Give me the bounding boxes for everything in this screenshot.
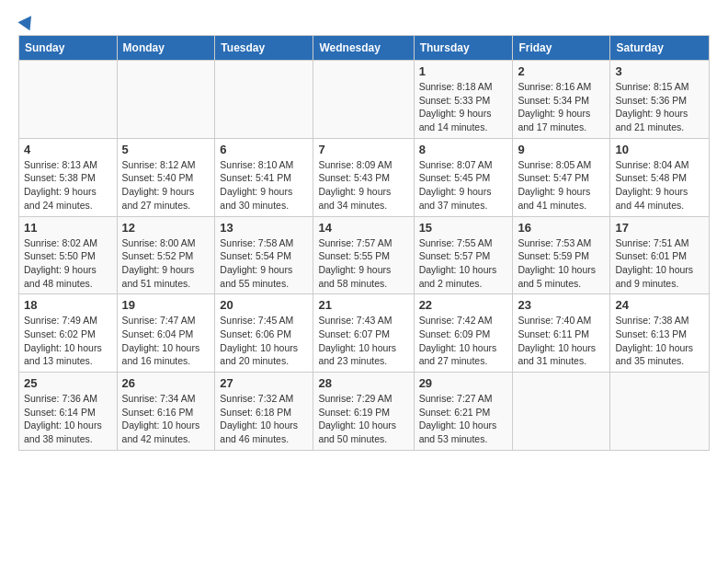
day-number: 4 [24,143,112,156]
day-info: Sunrise: 8:18 AM Sunset: 5:33 PM Dayligh… [419,80,508,134]
weekday-header-friday: Friday [513,36,610,61]
day-number: 14 [318,221,408,235]
calendar-cell: 6Sunrise: 8:10 AM Sunset: 5:41 PM Daylig… [215,138,313,216]
day-number: 8 [419,143,508,156]
calendar-cell: 9Sunrise: 8:05 AM Sunset: 5:47 PM Daylig… [513,138,610,216]
day-number: 9 [518,143,605,156]
day-info: Sunrise: 7:53 AM Sunset: 5:59 PM Dayligh… [518,236,605,291]
weekday-header-thursday: Thursday [414,36,513,61]
calendar-cell: 7Sunrise: 8:09 AM Sunset: 5:43 PM Daylig… [313,138,414,216]
day-info: Sunrise: 8:02 AM Sunset: 5:50 PM Dayligh… [24,236,112,291]
calendar-cell: 29Sunrise: 7:27 AM Sunset: 6:21 PM Dayli… [414,373,513,451]
day-number: 19 [122,298,210,312]
day-number: 1 [419,64,508,78]
day-info: Sunrise: 7:45 AM Sunset: 6:06 PM Dayligh… [220,314,308,368]
day-number: 10 [615,143,704,156]
day-number: 25 [24,376,112,390]
day-info: Sunrise: 7:49 AM Sunset: 6:02 PM Dayligh… [24,314,112,368]
day-number: 21 [318,298,408,312]
day-number: 2 [518,64,605,78]
calendar-week-row: 11Sunrise: 8:02 AM Sunset: 5:50 PM Dayli… [19,216,710,294]
calendar-cell: 15Sunrise: 7:55 AM Sunset: 5:57 PM Dayli… [414,216,513,294]
day-number: 28 [318,376,408,390]
calendar-cell: 20Sunrise: 7:45 AM Sunset: 6:06 PM Dayli… [215,294,313,373]
calendar-cell: 21Sunrise: 7:43 AM Sunset: 6:07 PM Dayli… [313,294,414,373]
calendar-week-row: 18Sunrise: 7:49 AM Sunset: 6:02 PM Dayli… [19,294,710,373]
calendar-cell: 19Sunrise: 7:47 AM Sunset: 6:04 PM Dayli… [117,294,215,373]
calendar-cell: 12Sunrise: 8:00 AM Sunset: 5:52 PM Dayli… [117,216,215,294]
calendar-cell: 16Sunrise: 7:53 AM Sunset: 5:59 PM Dayli… [513,216,610,294]
calendar-cell: 23Sunrise: 7:40 AM Sunset: 6:11 PM Dayli… [513,294,610,373]
day-info: Sunrise: 8:13 AM Sunset: 5:38 PM Dayligh… [24,158,112,213]
logo [18,15,35,28]
day-number: 26 [122,376,210,390]
weekday-header-tuesday: Tuesday [215,36,313,61]
day-info: Sunrise: 8:00 AM Sunset: 5:52 PM Dayligh… [122,236,210,291]
day-info: Sunrise: 8:12 AM Sunset: 5:40 PM Dayligh… [122,158,210,213]
calendar-cell: 27Sunrise: 7:32 AM Sunset: 6:18 PM Dayli… [215,373,313,451]
weekday-header-saturday: Saturday [610,36,710,61]
calendar-cell: 13Sunrise: 7:58 AM Sunset: 5:54 PM Dayli… [215,216,313,294]
calendar-cell: 22Sunrise: 7:42 AM Sunset: 6:09 PM Dayli… [414,294,513,373]
logo-triangle-icon [17,12,37,31]
day-info: Sunrise: 7:42 AM Sunset: 6:09 PM Dayligh… [419,314,508,368]
calendar-cell: 11Sunrise: 8:02 AM Sunset: 5:50 PM Dayli… [19,216,118,294]
day-info: Sunrise: 7:36 AM Sunset: 6:14 PM Dayligh… [24,392,112,446]
weekday-header-monday: Monday [117,36,215,61]
day-number: 18 [24,298,112,312]
calendar-cell [513,373,610,451]
day-info: Sunrise: 7:29 AM Sunset: 6:19 PM Dayligh… [318,392,408,446]
calendar-cell [313,61,414,139]
calendar-cell: 18Sunrise: 7:49 AM Sunset: 6:02 PM Dayli… [19,294,118,373]
calendar-cell [117,61,215,139]
weekday-header-wednesday: Wednesday [313,36,414,61]
day-number: 29 [419,376,508,390]
day-info: Sunrise: 8:09 AM Sunset: 5:43 PM Dayligh… [318,158,408,213]
day-number: 15 [419,221,508,235]
day-info: Sunrise: 7:47 AM Sunset: 6:04 PM Dayligh… [122,314,210,368]
day-info: Sunrise: 8:04 AM Sunset: 5:48 PM Dayligh… [615,158,704,213]
day-info: Sunrise: 7:57 AM Sunset: 5:55 PM Dayligh… [318,236,408,291]
day-info: Sunrise: 8:16 AM Sunset: 5:34 PM Dayligh… [518,80,605,134]
calendar-cell: 1Sunrise: 8:18 AM Sunset: 5:33 PM Daylig… [414,61,513,139]
day-number: 20 [220,298,308,312]
calendar-cell: 14Sunrise: 7:57 AM Sunset: 5:55 PM Dayli… [313,216,414,294]
day-info: Sunrise: 8:10 AM Sunset: 5:41 PM Dayligh… [220,158,308,213]
calendar-cell [610,373,710,451]
page-header [18,15,710,28]
weekday-header-sunday: Sunday [19,36,118,61]
day-info: Sunrise: 8:15 AM Sunset: 5:36 PM Dayligh… [615,80,704,134]
calendar-cell: 25Sunrise: 7:36 AM Sunset: 6:14 PM Dayli… [19,373,118,451]
day-info: Sunrise: 7:27 AM Sunset: 6:21 PM Dayligh… [419,392,508,446]
day-number: 7 [318,143,408,156]
day-info: Sunrise: 7:55 AM Sunset: 5:57 PM Dayligh… [419,236,508,291]
day-number: 24 [615,298,704,312]
day-info: Sunrise: 7:32 AM Sunset: 6:18 PM Dayligh… [220,392,308,446]
day-number: 22 [419,298,508,312]
calendar-table: SundayMondayTuesdayWednesdayThursdayFrid… [18,35,710,451]
day-info: Sunrise: 7:40 AM Sunset: 6:11 PM Dayligh… [518,314,605,368]
calendar-cell: 2Sunrise: 8:16 AM Sunset: 5:34 PM Daylig… [513,61,610,139]
calendar-cell: 5Sunrise: 8:12 AM Sunset: 5:40 PM Daylig… [117,138,215,216]
day-info: Sunrise: 7:58 AM Sunset: 5:54 PM Dayligh… [220,236,308,291]
calendar-cell: 17Sunrise: 7:51 AM Sunset: 6:01 PM Dayli… [610,216,710,294]
day-number: 17 [615,221,704,235]
day-info: Sunrise: 7:51 AM Sunset: 6:01 PM Dayligh… [615,236,704,291]
day-info: Sunrise: 7:38 AM Sunset: 6:13 PM Dayligh… [615,314,704,368]
calendar-cell: 8Sunrise: 8:07 AM Sunset: 5:45 PM Daylig… [414,138,513,216]
calendar-cell: 4Sunrise: 8:13 AM Sunset: 5:38 PM Daylig… [19,138,118,216]
day-number: 3 [615,64,704,78]
weekday-header-row: SundayMondayTuesdayWednesdayThursdayFrid… [19,36,710,61]
day-info: Sunrise: 8:07 AM Sunset: 5:45 PM Dayligh… [419,158,508,213]
day-number: 16 [518,221,605,235]
day-info: Sunrise: 7:43 AM Sunset: 6:07 PM Dayligh… [318,314,408,368]
day-number: 23 [518,298,605,312]
calendar-week-row: 1Sunrise: 8:18 AM Sunset: 5:33 PM Daylig… [19,61,710,139]
calendar-week-row: 25Sunrise: 7:36 AM Sunset: 6:14 PM Dayli… [19,373,710,451]
calendar-cell [215,61,313,139]
day-number: 27 [220,376,308,390]
calendar-cell: 28Sunrise: 7:29 AM Sunset: 6:19 PM Dayli… [313,373,414,451]
day-info: Sunrise: 7:34 AM Sunset: 6:16 PM Dayligh… [122,392,210,446]
calendar-cell: 24Sunrise: 7:38 AM Sunset: 6:13 PM Dayli… [610,294,710,373]
day-number: 11 [24,221,112,235]
